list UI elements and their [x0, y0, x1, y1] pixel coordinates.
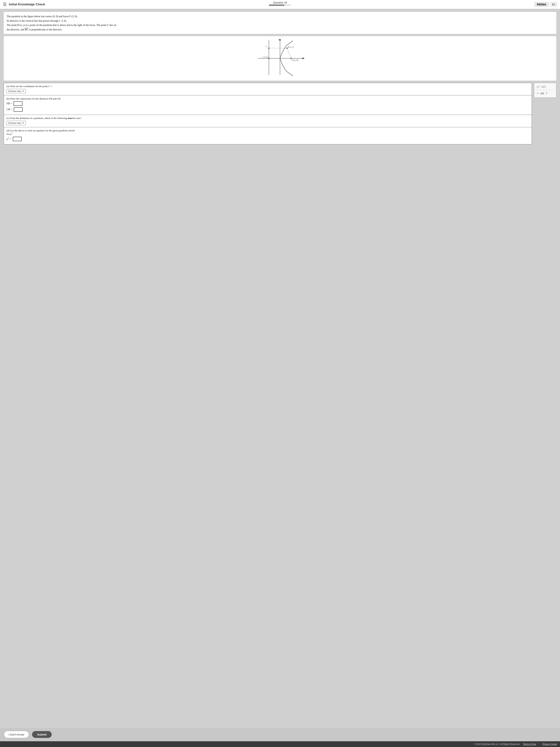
figure-container: F (3, 0) (−3, 0) B (x, y) C	[4, 36, 556, 81]
esc-badge[interactable]: Es	[550, 2, 557, 7]
part-a-dropdown[interactable]: (Choose one) ▼	[6, 89, 26, 93]
question-label: Question 18	[273, 1, 287, 4]
svg-text:B (x, y): B (x, y)	[288, 46, 294, 48]
part-c-label: (c) From the definition of a parabola, w…	[6, 117, 529, 120]
part-c-dropdown-arrow: ▼	[22, 122, 24, 124]
part-c-dropdown-text: (Choose one)	[8, 122, 21, 125]
privacy-link[interactable]: Privacy Center	[542, 743, 557, 746]
fb-label: FB =	[6, 102, 12, 105]
question-line-1: The parabola in the figure below has ver…	[7, 15, 553, 19]
part-a-row: (a) What are the coordinates for the poi…	[4, 83, 532, 96]
part-d-label: (d) Use the above to write an equation f…	[6, 129, 529, 136]
bottom-bar: I Don't Know Submit	[0, 728, 560, 741]
y2-label: y2	[6, 137, 9, 141]
question-text-block: The parabola in the figure below has ver…	[4, 12, 556, 34]
cb-input[interactable]	[14, 107, 23, 112]
dont-know-button[interactable]: I Don't Know	[4, 731, 29, 738]
main-content: The parabola in the figure below has ver…	[0, 9, 560, 728]
question-line-4: the directrix, and BC is perpendicular t…	[7, 28, 553, 32]
footer-divider: |	[539, 743, 539, 746]
question-line-2: Its directrix is the vertical line that …	[7, 19, 553, 23]
hamburger-icon[interactable]: ☰	[3, 2, 7, 7]
footer-bar: © 2022 McGraw Hill LLC. All Rights Reser…	[0, 741, 560, 747]
top-bar: ☰ Initial Knowledge Check Question 18 RE…	[0, 0, 560, 9]
terms-link[interactable]: Terms of Use	[523, 743, 536, 746]
part-b-label: (b) Write the expressions for the distan…	[6, 97, 529, 100]
questions-area: (a) What are the coordinates for the poi…	[4, 83, 556, 145]
svg-text:F (3, 0): F (3, 0)	[291, 59, 298, 61]
tool-row-2: × ś⟲ ?	[536, 91, 555, 96]
tool-panel: □a □√□ × ś⟲ ?	[534, 83, 556, 98]
undo-icon[interactable]: ś⟲	[540, 92, 544, 95]
progress-bar-fill	[269, 4, 285, 6]
svg-text:C: C	[266, 45, 267, 48]
question-line-3: The point B (x, y) is a point on the par…	[7, 23, 553, 27]
top-bar-right: REEMA Es	[534, 2, 557, 7]
page-title: Initial Knowledge Check	[9, 3, 45, 6]
times-icon[interactable]: ×	[537, 92, 538, 95]
cb-label: CB =	[6, 108, 12, 111]
fb-row: FB =	[6, 101, 529, 106]
questions-block: (a) What are the coordinates for the poi…	[4, 83, 532, 145]
part-d-row: (d) Use the above to write an equation f…	[4, 127, 532, 144]
y2-eq: =	[9, 137, 11, 140]
part-c-dropdown[interactable]: (Choose one) ▼	[6, 121, 26, 125]
svg-line-12	[287, 48, 291, 58]
svg-point-5	[268, 58, 269, 59]
part-a-label: (a) What are the coordinates for the poi…	[6, 85, 529, 88]
part-a-dropdown-text: (Choose one)	[8, 90, 21, 93]
svg-text:(−3, 0): (−3, 0)	[262, 56, 268, 58]
part-c-row: (c) From the definition of a parabola, w…	[4, 115, 532, 127]
progress-bar-bg	[269, 4, 291, 6]
y2-input[interactable]	[13, 137, 22, 141]
submit-button[interactable]: Submit	[32, 731, 52, 738]
help-icon[interactable]: ?	[546, 92, 547, 95]
question-progress-area: Question 18	[269, 1, 291, 6]
superscript-icon[interactable]: □a	[537, 85, 539, 88]
tool-row-1: □a □√□	[536, 84, 555, 89]
copyright-text: © 2022 McGraw Hill LLC. All Rights Reser…	[474, 743, 520, 746]
user-badge: REEMA	[534, 2, 549, 7]
fb-input[interactable]	[14, 101, 22, 106]
cb-row: CB =	[6, 107, 529, 112]
parabola-figure: F (3, 0) (−3, 0) B (x, y) C	[252, 38, 308, 79]
part-a-dropdown-arrow: ▼	[22, 90, 24, 92]
sqrt-icon[interactable]: □√□	[541, 85, 546, 88]
part-b-row: (b) Write the expressions for the distan…	[4, 96, 532, 115]
y2-row: y2 =	[6, 137, 529, 141]
